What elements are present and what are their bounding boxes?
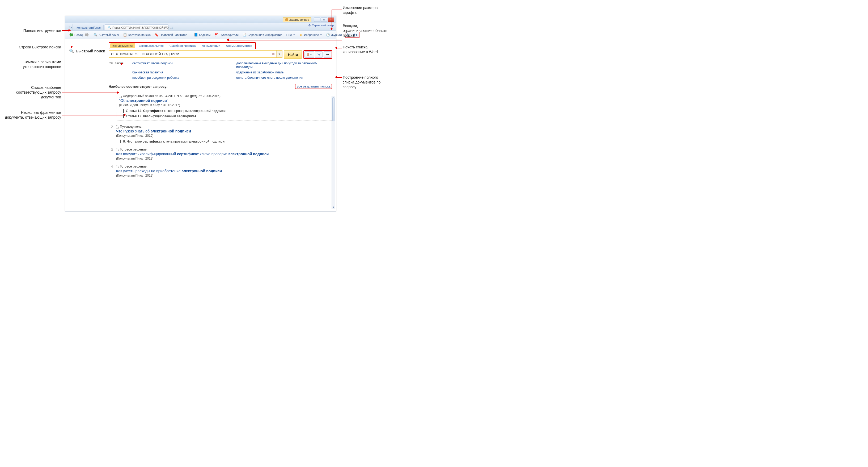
search-row: 🔍 Быстрый поиск Все документы Законодате… bbox=[69, 42, 332, 177]
result-subtitle: (КонсультантПлюс, 2019) bbox=[116, 174, 332, 177]
back-label: Назад bbox=[74, 33, 83, 36]
guides-tool[interactable]: 🚩 Путеводители bbox=[213, 32, 240, 38]
search-icon: 🔍 bbox=[69, 49, 74, 54]
export-word-button[interactable]: W bbox=[315, 51, 322, 58]
legal-navigator-label: Правовой навигатор bbox=[160, 33, 187, 36]
quick-search-tool[interactable]: 🔍 Быстрый поиск bbox=[92, 32, 121, 38]
result-item: 1Федеральный закон от 06.04.2011 N 63-ФЗ… bbox=[108, 92, 332, 120]
reference-label: Справочная информация bbox=[248, 33, 282, 36]
window-controls: — ▭ ✕ bbox=[314, 18, 334, 22]
back-button[interactable]: Назад bbox=[67, 32, 85, 38]
title-bar: Задать вопрос — ▭ ✕ bbox=[65, 16, 336, 23]
see-also-link[interactable]: пособие при рождении ребенка bbox=[132, 76, 228, 80]
scope-tab-court[interactable]: Судебная практика bbox=[167, 43, 198, 48]
document-icon bbox=[119, 95, 122, 98]
info-icon: 📑 bbox=[242, 33, 247, 37]
annotation: Построение полного списка документов по … bbox=[343, 75, 391, 90]
results-header: Наиболее соответствуют запросу: Все резу… bbox=[108, 84, 332, 89]
favorites-tool[interactable]: ★ Избранное ▼ bbox=[297, 32, 324, 38]
maximize-button[interactable]: ▭ bbox=[321, 18, 327, 22]
all-results-link[interactable]: Все результаты поиска bbox=[295, 84, 332, 89]
results-header-label: Наиболее соответствуют запросу: bbox=[108, 85, 168, 89]
toolbar: Назад 🔍 Быстрый поиск 📋 Карточка поиска … bbox=[65, 31, 336, 39]
codes-tool[interactable]: 📘 Кодексы bbox=[192, 32, 212, 38]
result-number: 4 bbox=[108, 165, 113, 177]
service-center-link[interactable]: ⚙ Сервисный центр bbox=[308, 24, 334, 27]
result-fragment[interactable]: Статья 17. Квалифицированный сертификат bbox=[123, 114, 329, 118]
annotation: Строка Быстрого поиска bbox=[5, 45, 61, 50]
result-title[interactable]: Как получить квалифицированный сертифика… bbox=[116, 152, 332, 156]
result-title[interactable]: "Об электронной подписи" bbox=[119, 98, 329, 103]
reference-tool[interactable]: 📑 Справочная информация bbox=[241, 32, 284, 38]
book-icon: 📘 bbox=[194, 33, 198, 37]
more-tool[interactable]: Еще ▼ bbox=[284, 32, 297, 37]
chevron-down-icon: ▼ bbox=[320, 33, 322, 36]
scope-tab-all[interactable]: Все документы bbox=[110, 43, 135, 48]
see-also-link[interactable]: банковская гарантия bbox=[132, 70, 228, 74]
home-tab[interactable]: КонсультантПлюс bbox=[74, 25, 104, 30]
signpost-icon: 🚩 bbox=[214, 33, 218, 37]
see-also-link[interactable]: дополнительные выходные дни по уходу за … bbox=[236, 61, 332, 69]
minimize-button[interactable]: — bbox=[314, 18, 320, 22]
clock-icon: 🕑 bbox=[326, 33, 330, 37]
journal-tool[interactable]: 🕑 Журнал bbox=[324, 32, 343, 38]
gear-icon: ⚙ bbox=[308, 24, 311, 27]
ask-question-button[interactable]: Задать вопрос bbox=[283, 17, 311, 22]
ask-question-label: Задать вопрос bbox=[289, 18, 309, 21]
main-area: 🔍 Быстрый поиск Все документы Законодате… bbox=[65, 39, 336, 181]
more-actions-button[interactable]: ••• bbox=[323, 51, 331, 58]
chevron-down-icon: ▼ bbox=[293, 33, 295, 36]
legal-navigator-tool[interactable]: 🔖 Правовой навигатор bbox=[153, 32, 189, 38]
see-also-link[interactable]: сертификат ключа подписи bbox=[132, 61, 228, 69]
result-number: 1 bbox=[108, 92, 113, 120]
card-search-tool[interactable]: 📋 Карточка поиска bbox=[121, 32, 152, 38]
result-item: 3Готовое решение:Как получить квалифицир… bbox=[108, 148, 332, 160]
result-title[interactable]: Что нужно знать об электронной подписи bbox=[116, 129, 332, 133]
annotation: Несколько фрагментов документа, отвечающ… bbox=[3, 110, 61, 120]
scope-tabs: Все документы Законодательство Судебная … bbox=[108, 42, 256, 49]
annotation: Печать списка, копирование в Word… bbox=[343, 45, 388, 54]
see-also-block: См. также: сертификат ключа подписи допо… bbox=[108, 61, 332, 80]
result-fragment[interactable]: 6. Что такое сертификат ключа проверки э… bbox=[120, 140, 332, 143]
annotation: Вкладки, ограничивающие область поиска bbox=[343, 23, 388, 38]
scroll-down-icon[interactable]: ▼ bbox=[332, 205, 335, 209]
scope-tab-forms[interactable]: Формы документов bbox=[224, 43, 254, 48]
result-fragment[interactable]: Статья 14. Сертификат ключа проверки эле… bbox=[123, 109, 329, 113]
clear-search-icon[interactable]: ✖ bbox=[271, 51, 276, 57]
close-button[interactable]: ✕ bbox=[328, 18, 334, 22]
result-subtitle: (КонсультантПлюс, 2019) bbox=[116, 157, 332, 160]
document-icon bbox=[116, 165, 119, 168]
result-body: Готовое решение:Как получить квалифициро… bbox=[116, 148, 332, 160]
person-icon bbox=[285, 18, 288, 21]
codes-label: Кодексы bbox=[199, 33, 210, 36]
journal-label: Журнал bbox=[331, 33, 342, 36]
printer-icon: 🖶 bbox=[307, 53, 310, 56]
search-history-dropdown[interactable]: ▼ bbox=[276, 51, 282, 57]
result-tools: 🖶 ▼ W ••• bbox=[303, 50, 332, 59]
find-button[interactable]: Найти bbox=[284, 50, 302, 59]
result-body: Готовое решение:Как учесть расходы на пр… bbox=[116, 165, 332, 177]
close-tab-icon[interactable]: ✕ bbox=[165, 26, 167, 29]
search-icon: 🔍 bbox=[94, 33, 98, 37]
active-tab[interactable]: 🔍 Поиск СЕРТИФИКАТ ЭЛЕКТРОННОЙ ПО... ✕ bbox=[105, 25, 168, 30]
results-list: 1Федеральный закон от 06.04.2011 N 63-ФЗ… bbox=[108, 92, 332, 177]
vertical-scrollbar[interactable]: ▲ ▼ bbox=[332, 96, 335, 209]
annotation-text: Список наиболее соответствующих запросу … bbox=[16, 85, 61, 99]
result-title[interactable]: Как учесть расходы на приобретение элект… bbox=[116, 169, 332, 173]
search-input[interactable] bbox=[109, 51, 271, 57]
see-also-link[interactable]: оплата больничного листа после увольнени… bbox=[236, 76, 332, 80]
scope-tab-law[interactable]: Законодательство bbox=[137, 43, 166, 48]
tab-row: ≡▾ КонсультантПлюс 🔍 Поиск СЕРТИФИКАТ ЭЛ… bbox=[65, 23, 336, 31]
document-icon bbox=[116, 125, 119, 128]
result-meta: Готовое решение: bbox=[116, 148, 332, 151]
see-also-link[interactable]: удержание из заработной платы bbox=[236, 70, 332, 74]
print-button[interactable]: 🖶 ▼ bbox=[305, 51, 314, 58]
result-fragments: 6. Что такое сертификат ключа проверки э… bbox=[120, 140, 332, 143]
guides-label: Путеводители bbox=[219, 33, 239, 36]
scope-tab-consult[interactable]: Консультации bbox=[199, 43, 222, 48]
result-subtitle: (с изм. и доп., вступ. в силу с 31.12.20… bbox=[119, 103, 329, 107]
result-meta: Федеральный закон от 06.04.2011 N 63-ФЗ … bbox=[119, 94, 329, 98]
annotation-text: Несколько фрагментов документа, отвечающ… bbox=[5, 110, 61, 119]
scroll-thumb[interactable] bbox=[332, 97, 335, 121]
forward-button[interactable] bbox=[85, 33, 89, 37]
